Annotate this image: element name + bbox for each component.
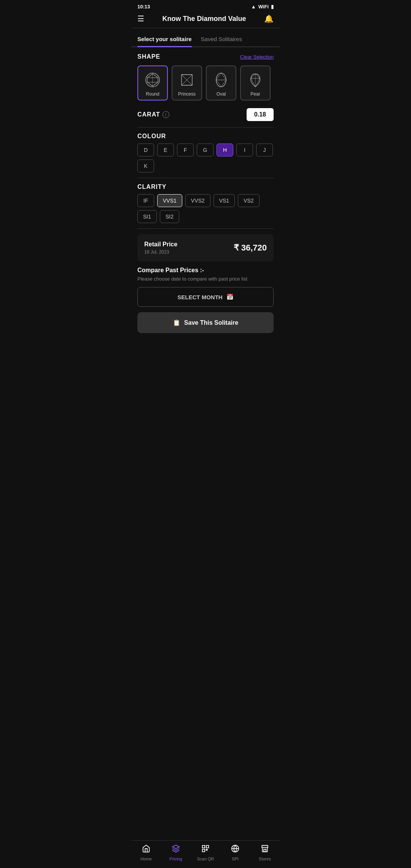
retail-price-label: Retail Price <box>144 241 177 248</box>
svg-line-10 <box>182 75 187 80</box>
colour-option-f[interactable]: F <box>177 144 194 156</box>
svg-line-5 <box>153 74 158 78</box>
clarity-title: CLARITY <box>137 183 166 190</box>
nav-label-pricing: Pricing <box>169 857 182 861</box>
retail-price-card: Retail Price 18 Jul, 2023 ₹ 36,720 <box>137 234 274 262</box>
colour-option-i[interactable]: I <box>236 144 253 156</box>
nav-icon-spi <box>231 844 239 855</box>
retail-price-info: Retail Price 18 Jul, 2023 <box>144 241 177 255</box>
nav-label-scan-qr: Scan QR <box>197 857 214 861</box>
shape-princess[interactable]: Princess <box>172 65 202 101</box>
colour-option-k[interactable]: K <box>137 160 154 172</box>
svg-rect-31 <box>202 849 205 852</box>
clarity-section: CLARITY IFVVS1VVS2VS1VS2SI1SI2 <box>131 178 280 223</box>
nav-item-pricing[interactable]: Pricing <box>164 844 187 861</box>
shape-section: SHAPE Clear Selection <box>131 47 280 102</box>
colour-option-g[interactable]: G <box>197 144 213 156</box>
round-diamond-icon <box>143 71 162 89</box>
svg-rect-35 <box>264 849 266 852</box>
clarity-option-si2[interactable]: SI2 <box>160 210 179 223</box>
colour-title: COLOUR <box>137 133 166 139</box>
compare-subtitle: Please choose date to compare with past … <box>137 276 274 282</box>
header: ☰ Know The Diamond Value 🔔 <box>131 11 280 28</box>
shape-oval[interactable]: Oval <box>206 65 236 101</box>
svg-marker-28 <box>172 845 179 849</box>
nav-icon-home <box>142 844 150 855</box>
colour-option-h[interactable]: H <box>217 144 233 156</box>
header-title: Know The Diamond Value <box>144 15 264 23</box>
bottom-nav: Home Pricing Scan QR SPI Stores <box>131 840 280 868</box>
menu-icon[interactable]: ☰ <box>137 14 144 23</box>
clarity-options: IFVVS1VVS2VS1VS2SI1SI2 <box>137 194 274 223</box>
svg-line-11 <box>187 75 192 80</box>
pear-diamond-icon <box>246 71 264 89</box>
status-time: 10:13 <box>137 4 150 10</box>
save-icon: 📋 <box>173 319 180 326</box>
svg-rect-29 <box>202 846 205 848</box>
shape-round[interactable]: Round <box>137 65 168 101</box>
colour-option-j[interactable]: J <box>256 144 273 156</box>
carat-value[interactable]: 0.18 <box>247 108 274 121</box>
clarity-option-si1[interactable]: SI1 <box>137 210 157 223</box>
nav-item-spi[interactable]: SPI <box>224 844 247 861</box>
shape-header: SHAPE Clear Selection <box>137 53 274 60</box>
select-month-button[interactable]: SELECT MONTH 📅 <box>137 287 274 307</box>
select-month-label: SELECT MONTH <box>177 294 222 300</box>
nav-label-spi: SPI <box>232 857 239 861</box>
nav-icon-pricing <box>172 844 180 855</box>
shape-pear[interactable]: Pear <box>240 65 271 101</box>
colour-options: DEFGHIJK <box>137 144 274 172</box>
svg-line-4 <box>147 74 153 78</box>
compare-title: Compare Past Prices :- <box>137 267 274 274</box>
status-icons: ▲ WiFi ▮ <box>251 4 274 10</box>
oval-diamond-icon <box>212 71 230 89</box>
svg-line-12 <box>182 80 187 85</box>
pear-label: Pear <box>250 91 260 97</box>
nav-item-home[interactable]: Home <box>135 844 158 861</box>
clarity-option-if[interactable]: IF <box>137 194 154 207</box>
signal-icon: ▲ <box>251 4 256 10</box>
nav-icon-stores <box>261 844 269 855</box>
battery-icon: ▮ <box>271 4 274 10</box>
carat-label: CARAT <box>137 111 160 118</box>
colour-section: COLOUR DEFGHIJK <box>131 128 280 172</box>
compare-section: Compare Past Prices :- Please choose dat… <box>131 267 280 307</box>
colour-option-e[interactable]: E <box>157 144 174 156</box>
princess-diamond-icon <box>178 71 196 89</box>
round-label: Round <box>146 91 159 97</box>
nav-item-stores[interactable]: Stores <box>253 844 276 861</box>
currency-symbol: ₹ <box>234 243 239 252</box>
nav-label-home: Home <box>140 857 151 861</box>
carat-info-icon[interactable]: i <box>162 111 169 118</box>
nav-label-stores: Stores <box>259 857 271 861</box>
tab-select-solitaire[interactable]: Select your solitaire <box>137 33 192 47</box>
tabs-row: Select your solitaire Saved Solitaires <box>131 33 280 47</box>
save-solitaire-button[interactable]: 📋 Save This Solitaire <box>137 312 274 333</box>
svg-line-7 <box>153 82 158 86</box>
retail-price-value: ₹ 36,720 <box>234 243 267 253</box>
princess-label: Princess <box>178 91 196 97</box>
colour-option-d[interactable]: D <box>137 144 154 156</box>
clarity-option-vvs2[interactable]: VVS2 <box>185 194 210 207</box>
retail-price-date: 18 Jul, 2023 <box>144 249 177 255</box>
svg-rect-30 <box>206 846 209 848</box>
status-bar: 10:13 ▲ WiFi ▮ <box>131 0 280 11</box>
svg-line-13 <box>187 80 192 85</box>
clear-selection-button[interactable]: Clear Selection <box>240 54 274 60</box>
svg-rect-32 <box>206 849 207 850</box>
notification-icon[interactable]: 🔔 <box>264 14 274 23</box>
clarity-option-vvs1[interactable]: VVS1 <box>157 194 182 207</box>
shapes-row: Round Princess <box>137 65 274 102</box>
carat-label-row: CARAT i <box>137 111 169 118</box>
nav-item-scan-qr[interactable]: Scan QR <box>194 844 217 861</box>
clarity-option-vs2[interactable]: VS2 <box>238 194 259 207</box>
oval-label: Oval <box>217 91 226 97</box>
carat-row: CARAT i 0.18 <box>131 102 280 127</box>
nav-icon-scan-qr <box>201 844 210 855</box>
clarity-option-vs1[interactable]: VS1 <box>213 194 235 207</box>
price-amount: 36,720 <box>241 243 267 252</box>
svg-line-6 <box>147 82 153 86</box>
save-label: Save This Solitaire <box>184 319 238 326</box>
wifi-icon: WiFi <box>258 4 269 10</box>
tab-saved-solitaires[interactable]: Saved Solitaires <box>201 33 242 46</box>
